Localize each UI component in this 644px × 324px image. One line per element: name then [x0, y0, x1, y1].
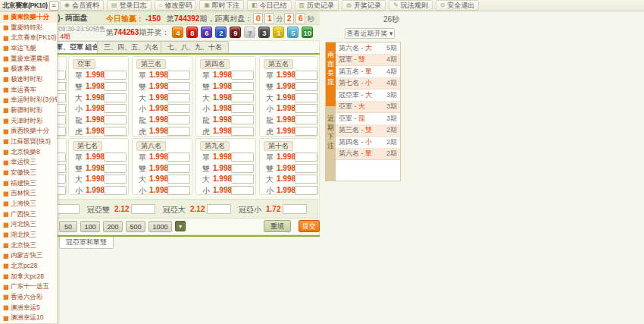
sidebar-item[interactable]: 上海快三 — [0, 199, 57, 209]
bet-amount-input[interactable] — [231, 186, 254, 195]
sidebar-item[interactable]: 极速賽車 — [0, 64, 57, 74]
sidebar-item[interactable]: 河北快三 — [0, 219, 57, 230]
bet-amount-input[interactable] — [104, 127, 127, 136]
bet-amount-input[interactable] — [104, 82, 127, 91]
toolbar-button-label: 历史记录 — [307, 1, 334, 11]
sidebar-item[interactable]: 重慶時時彩 — [0, 23, 57, 33]
bet-amount-input[interactable] — [295, 71, 317, 80]
toolbar-button[interactable]: ▤登录日志 — [107, 0, 152, 11]
tab-bet-section[interactable]: 七、八、九、十名 — [161, 41, 229, 53]
bet-amount-input[interactable] — [231, 82, 254, 91]
bet-amount-input[interactable] — [231, 115, 254, 124]
tab-sum-odd-even[interactable]: 冠亞軍和單雙 — [59, 237, 114, 249]
bet-amount-input[interactable] — [104, 93, 127, 102]
sidebar-item[interactable]: 福建快三 — [0, 178, 57, 189]
sidebar-item[interactable]: 幸运快三 — [0, 157, 57, 168]
sidebar-item[interactable]: 香港六合彩 — [0, 292, 57, 303]
chip-1000[interactable]: 1000 — [148, 221, 172, 232]
bet-amount-input[interactable] — [167, 153, 190, 162]
bet-amount-input[interactable] — [104, 153, 127, 162]
toolbar-button[interactable]: ◉会员资料 — [60, 0, 104, 11]
bet-amount-input[interactable] — [167, 186, 190, 195]
sidebar-item[interactable]: 广西快三 — [0, 209, 57, 220]
more-chip-icon[interactable]: ▾ — [175, 221, 186, 231]
bet-amount-input[interactable] — [104, 104, 127, 113]
streak-row: 冠軍 - 雙4期 — [336, 55, 400, 67]
bet-amount-input[interactable] — [231, 153, 254, 162]
sidebar-item[interactable]: 澳洲幸运10 — [0, 313, 57, 323]
bet-amount-input[interactable] — [167, 93, 190, 102]
toolbar-button[interactable]: ◍开奖记录 — [342, 0, 386, 11]
sum-bet-amount-input[interactable] — [55, 204, 80, 214]
bet-amount-input[interactable] — [104, 71, 127, 80]
streak-panel-tab[interactable]: 兩面長龍 — [326, 42, 336, 106]
sum-bet-amount-input[interactable] — [283, 204, 307, 214]
bet-amount-input[interactable] — [167, 115, 190, 124]
bet-amount-input[interactable] — [167, 127, 190, 136]
chip-500[interactable]: 500 — [126, 221, 145, 232]
toolbar-button[interactable]: ◧今日已结 — [247, 0, 292, 11]
bet-amount-input[interactable] — [231, 104, 254, 113]
sidebar-item[interactable]: 天津时时彩 — [0, 116, 57, 127]
recent-draws-button[interactable]: 查看近期开奖 ▾ — [345, 28, 395, 39]
submit-button[interactable]: 提交 — [299, 220, 320, 232]
bet-amount-input[interactable] — [167, 71, 190, 80]
sidebar-item[interactable]: 安徽快三 — [0, 168, 57, 178]
sidebar-item[interactable]: 幸运飞艇 — [0, 43, 57, 54]
bet-amount-input[interactable] — [295, 127, 317, 136]
sidebar-item[interactable]: 内蒙古快三 — [0, 250, 57, 261]
toolbar-button[interactable]: ▣即时下注 — [199, 0, 244, 11]
sidebar-item[interactable]: 北京賽車(PK10) — [0, 33, 57, 43]
chip-50[interactable]: 50 — [59, 221, 77, 232]
sidebar-item[interactable]: 吉林快三 — [0, 188, 57, 199]
chip-200[interactable]: 200 — [103, 221, 123, 232]
bet-amount-input[interactable] — [231, 127, 254, 136]
reset-button[interactable]: 重填 — [264, 220, 291, 232]
bet-amount-input[interactable] — [104, 115, 127, 124]
bet-amount-input[interactable] — [295, 82, 317, 91]
bet-amount-input[interactable] — [231, 71, 254, 80]
sidebar-item[interactable]: 幸运賽车 — [0, 85, 57, 96]
sidebar-item[interactable]: 幸运时时彩(3分钟) — [0, 95, 57, 105]
bet-amount-input[interactable] — [231, 93, 254, 102]
chip-100[interactable]: 100 — [80, 221, 100, 232]
sum-bet-amount-input[interactable] — [131, 204, 155, 214]
bet-amount-input[interactable] — [295, 115, 317, 124]
toolbar-button[interactable]: ⌂修改密码 — [155, 0, 197, 11]
sidebar-item[interactable]: 北京快三 — [0, 241, 57, 251]
sidebar-item[interactable]: 澳洲幸运5 — [0, 303, 57, 313]
tab-bet-section[interactable]: 三、四、五、六名 — [97, 41, 165, 53]
bet-amount-input[interactable] — [295, 164, 317, 173]
sidebar-item[interactable]: 重慶幸運農場 — [0, 54, 57, 64]
sidebar-item[interactable]: 湖北快三 — [0, 230, 57, 241]
bet-amount-input[interactable] — [295, 175, 317, 184]
bet-amount-input[interactable] — [295, 186, 317, 195]
sidebar-item[interactable]: 北京pc28 — [0, 261, 57, 272]
bet-amount-input[interactable] — [167, 82, 190, 91]
toolbar-button[interactable]: ⊙安全退出 — [436, 0, 480, 11]
toolbar-button[interactable]: ✎玩法规则 — [389, 0, 433, 11]
sidebar-item[interactable]: 北京快樂8 — [0, 147, 57, 158]
sidebar-item[interactable]: 广东十一选五 — [0, 282, 57, 292]
streak-panel-tab[interactable]: 近期下注 — [326, 106, 336, 181]
bet-amount-input[interactable] — [167, 104, 190, 113]
bet-amount-input[interactable] — [295, 153, 317, 162]
bet-amount-input[interactable] — [231, 175, 254, 184]
toolbar-button[interactable]: ▥历史记录 — [295, 0, 339, 11]
bet-amount-input[interactable] — [167, 164, 190, 173]
sidebar-item[interactable]: 江蘇骰寶(快3) — [0, 137, 57, 147]
sidebar-item[interactable]: 廣西快樂十分 — [0, 126, 57, 137]
sidebar-item[interactable]: 廣東快樂十分 — [0, 12, 57, 23]
sidebar-item[interactable]: 新疆时时彩 — [0, 105, 57, 116]
bet-amount-input[interactable] — [295, 93, 317, 102]
bet-amount-input[interactable] — [295, 104, 317, 113]
bet-amount-input[interactable] — [104, 186, 127, 195]
bet-amount-input[interactable] — [231, 164, 254, 173]
bet-amount-input[interactable] — [104, 164, 127, 173]
bet-amount-input[interactable] — [167, 175, 190, 184]
sum-bet-amount-input[interactable] — [207, 204, 231, 214]
game-selector[interactable]: 北京賽車(PK10) ≡ — [0, 1, 58, 11]
sidebar-item[interactable]: 加拿大pc28 — [0, 272, 57, 282]
bet-amount-input[interactable] — [104, 175, 127, 184]
sidebar-item[interactable]: 极速时时彩 — [0, 74, 57, 85]
